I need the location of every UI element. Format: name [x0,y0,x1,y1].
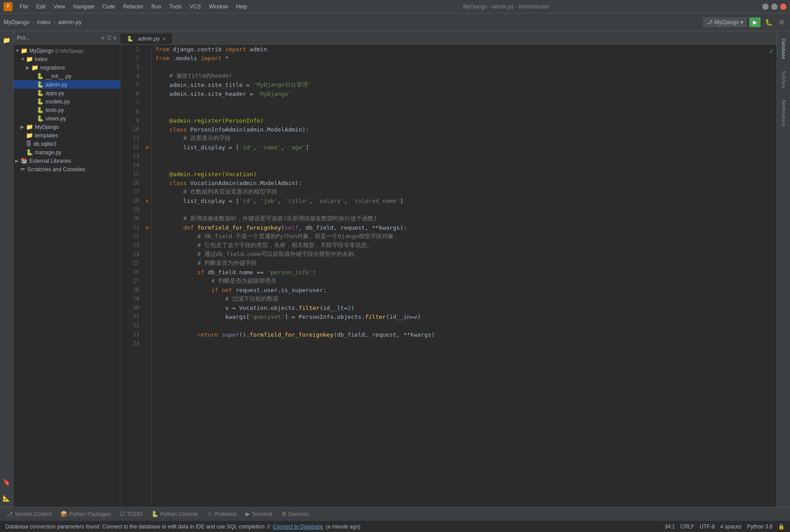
code-line[interactable]: # 它包含了这个字段的类型，名称，相关模型，关联字段等零信息。 [152,241,777,250]
code-line[interactable]: admin.site.site_title = 'MyDjango后台管理' [152,80,777,89]
code-line[interactable] [152,205,777,214]
line-number: 16 [122,178,139,187]
gutter-item [143,89,151,98]
breadcrumb-file[interactable]: admin.py [58,19,82,25]
tree-item-views[interactable]: 🐍 views.py [13,114,120,123]
tree-item-index[interactable]: ▼ 📁 index [13,55,120,63]
window-minimize[interactable]: — [762,4,769,10]
code-line[interactable] [152,339,777,348]
code-line[interactable]: # 判断是否为超级管理员 [152,276,777,285]
code-line[interactable]: list_display = ['id', 'name', 'age'] [152,143,777,152]
code-line[interactable]: kwargs['queryset'] = PersonInfo.objects.… [152,312,777,321]
menu-refactor[interactable]: Refactor [120,2,147,11]
gutter-item [143,116,151,125]
bottom-tab-problems[interactable]: ⚠ Problems [203,507,241,520]
menu-view[interactable]: View [50,2,69,11]
bottom-tab-python-console[interactable]: 🐍 Python Console [147,507,203,520]
sidebar-sciview-icon[interactable]: SciView [780,67,787,92]
code-line[interactable] [152,62,777,71]
code-line[interactable]: @admin.register(Vocation) [152,169,777,178]
tree-item-db[interactable]: 🗄 db.sqlite3 [13,140,120,148]
code-line[interactable]: class PersonInfoAdmin(admin.ModelAdmin): [152,125,777,134]
code-line[interactable]: # 过滤下拉框的数据 [152,294,777,303]
code-line[interactable]: def formfield_for_foreignkey(self, db_fi… [152,223,777,232]
status-encoding[interactable]: UTF-8 [700,524,715,530]
code-line[interactable] [152,98,777,107]
window-maximize[interactable]: □ [771,4,778,10]
tree-item-templates[interactable]: 📁 templates [13,131,120,140]
panel-settings-icon[interactable]: ⚙ [113,35,116,41]
code-line[interactable]: from django.contrib import admin [152,45,777,54]
tree-item-manage[interactable]: 🐍 manage.py [13,148,120,157]
sidebar-project-icon[interactable]: 📁 [1,35,12,45]
code-line[interactable]: # 新增或修改数据时，外键设置可选值(在新增或修改数据时执行这个函数) [152,214,777,223]
status-position[interactable]: 34:1 [665,524,675,530]
code-line[interactable]: list_display = ['id', 'job', 'title', 's… [152,196,777,205]
code-line[interactable]: # 通过db_field.name可以获取该外键字段在模型中的名称。 [152,250,777,259]
line-number: 19 [122,205,139,214]
code-line[interactable] [152,321,777,330]
code-line[interactable]: # db_field 不是一个普通的Python对象，而是一个Django模型字… [152,232,777,241]
code-line[interactable] [152,161,777,169]
menu-navigate[interactable]: Navigate [70,2,98,11]
sidebar-notifications-icon[interactable]: Notifications [780,96,787,130]
menu-file[interactable]: File [16,2,32,11]
sidebar-bookmarks-icon[interactable]: 🔖 [1,477,12,487]
bottom-tab-terminal[interactable]: ▶ Terminal [241,507,276,520]
panel-locate-icon[interactable]: ⊕ [102,35,105,41]
menu-run[interactable]: Run [148,2,165,11]
sidebar-database-icon[interactable]: Database [780,35,787,63]
code-line[interactable]: return super().formfield_for_foreignkey(… [152,330,777,339]
tree-item-init[interactable]: 🐍 __init__.py [13,72,120,80]
connect-link[interactable]: Connect to Database [273,524,323,530]
status-python-version[interactable]: Python 3.8 [747,524,773,530]
code-line[interactable]: admin.site.site_header = 'MyDjango' [152,89,777,98]
bottom-tab-python-packages[interactable]: 📦 Python Packages [56,507,115,520]
code-line[interactable]: # 设置显示的字段 [152,134,777,143]
menu-help[interactable]: Help [233,2,251,11]
menu-window[interactable]: Window [205,2,232,11]
window-close[interactable]: ✕ [780,4,786,10]
tree-item-apps[interactable]: 🐍 apps.py [13,89,120,97]
menu-vcs[interactable]: VCS [186,2,204,11]
code-line[interactable]: @admin.register(PersonInfo) [152,116,777,125]
sidebar-structure-icon[interactable]: 📐 [1,493,12,503]
menu-code[interactable]: Code [99,2,119,11]
code-editor[interactable]: from django.contrib import adminfrom .mo… [152,45,777,507]
panel-collapse-icon[interactable]: ☰ [107,35,112,41]
breadcrumb-project[interactable]: MyDjango [4,19,30,25]
tree-item-mydjango[interactable]: ▶ 📁 MyDjango [13,123,120,131]
gutter-item [143,107,151,116]
code-line[interactable] [152,152,777,161]
run-button[interactable]: ▶ [749,17,761,27]
status-line-ending[interactable]: CRLF [680,524,694,530]
settings-button[interactable]: ⚙ [777,17,786,28]
code-line[interactable]: # 判断是否为外键字段 [152,259,777,268]
bottom-tab-services[interactable]: ⚙ Services [277,507,313,520]
code-line[interactable]: if db_field.name == 'person_info': [152,268,777,276]
bottom-tab-todo[interactable]: ☑ TODO [115,507,146,520]
tree-item-root[interactable]: ▼ 📁 MyDjango D:\MyDjango [13,46,120,55]
breadcrumb-index[interactable]: index [37,19,51,25]
tree-item-migrations[interactable]: ▶ 📁 migrations [13,63,120,72]
tab-close-icon[interactable]: ✕ [162,37,166,41]
code-line[interactable]: from .models import * [152,54,777,62]
vcs-widget[interactable]: ⎇ MyDjango ▾ [703,17,747,27]
code-line[interactable]: class VocationAdmin(admin.ModelAdmin): [152,178,777,187]
status-indent[interactable]: 4 spaces [720,524,742,530]
code-line[interactable]: v = Vocation.objects.filter(id__lt=2) [152,303,777,312]
code-line[interactable]: # 修改title的header [152,71,777,80]
bottom-tab-version-control[interactable]: ⎇ Version Control [2,507,56,520]
code-line[interactable] [152,107,777,116]
code-line[interactable]: if not request.user.is_superuser: [152,285,777,294]
tree-item-admin[interactable]: 🐍 admin.py [13,80,120,89]
tree-item-tests[interactable]: 🐍 tests.py [13,106,120,114]
menu-edit[interactable]: Edit [33,2,49,11]
tree-item-models[interactable]: 🐍 models.py [13,97,120,106]
menu-tools[interactable]: Tools [166,2,185,11]
code-line[interactable]: # 在数据列表页设置显示的模型字段 [152,187,777,196]
debug-button[interactable]: 🐛 [763,17,774,28]
tree-item-ext-libs[interactable]: ▶ 📚 External Libraries [13,157,120,165]
tree-item-scratches[interactable]: ✏ Scratches and Consoles [13,165,120,173]
editor-tab-admin[interactable]: 🐍 admin.py ✕ [121,33,173,44]
